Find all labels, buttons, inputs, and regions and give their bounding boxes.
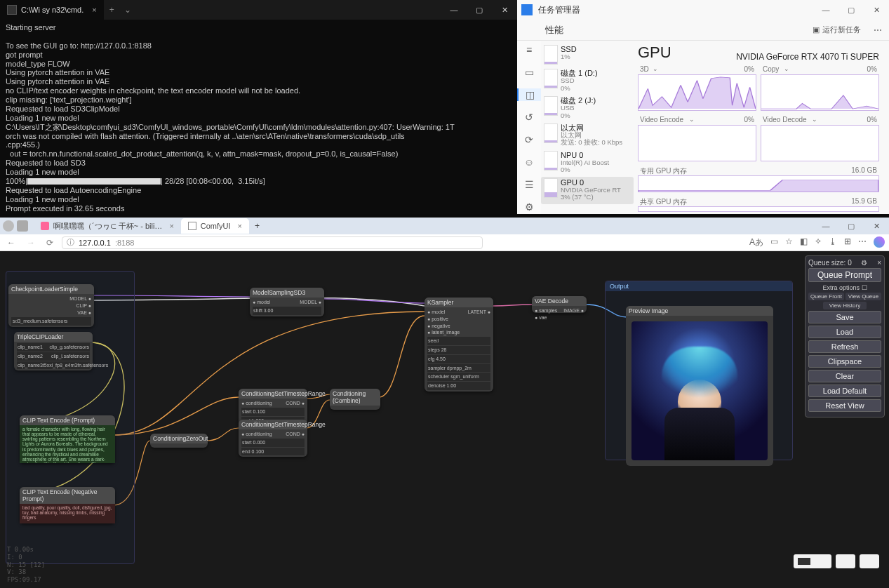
terminal-tab[interactable]: C:\Wi sy n32\cmd. ×	[0, 0, 104, 20]
maximize-button[interactable]: ▢	[838, 218, 864, 234]
node-ksampler[interactable]: KSampler ● modelLATENT ● ● positive ● ne…	[425, 298, 493, 392]
node-model-sampling[interactable]: ModelSamplingSD3 ● modelMODEL ● shift 3.…	[250, 288, 324, 316]
chevron-down-icon[interactable]: ⌄	[812, 116, 817, 123]
load-default-button[interactable]: Load Default	[808, 385, 881, 397]
profile-icon[interactable]	[3, 220, 14, 232]
comfyui-menu[interactable]: Queue size: 0 ⚙ × Queue Prompt Extra opt…	[805, 255, 885, 417]
sparkline-icon	[544, 151, 558, 171]
perf-list-item[interactable]: GPU 0NVIDIA GeForce RT 3% (37 °C)	[541, 177, 634, 204]
extensions-icon[interactable]: ⊞	[844, 236, 851, 248]
close-button[interactable]: ✕	[864, 218, 889, 234]
perf-list-item[interactable]: NPU 0Intel(R) AI Boost 0%	[541, 149, 634, 177]
canvas-stats: T 0.00s I: 0 N: 15 [12] V: 38 FPS:09.17	[7, 546, 45, 584]
perf-list-item[interactable]: 以太网以太网 发送: 0 接收: 0 Kbps	[541, 122, 634, 149]
view-history-button[interactable]: View History	[823, 302, 867, 309]
workspace-icon[interactable]	[17, 220, 28, 232]
processes-icon[interactable]: ▭	[523, 66, 535, 79]
chevron-down-icon[interactable]: ⌄	[689, 116, 695, 123]
refresh-button[interactable]: Refresh	[808, 340, 881, 353]
view-queue-button[interactable]: View Queue	[845, 293, 881, 300]
performance-tab-label: 性能	[545, 24, 563, 36]
generated-image	[631, 321, 768, 460]
node-cond-combine[interactable]: Conditioning (Combine)	[330, 389, 380, 410]
perf-list-item[interactable]: SSD1%	[541, 44, 634, 67]
node-triple-clip-loader[interactable]: TripleCLIPLoader clip_name1clip_g.safete…	[14, 332, 93, 370]
copilot-icon[interactable]	[874, 236, 885, 248]
gpu-encode-graph[interactable]: Video Encode⌄ 0%	[638, 125, 756, 161]
browser-tab-bilibili[interactable]: 啊嘿嘿嘿（´つヮ⊂ 干杯~ - bili… ×	[34, 218, 181, 234]
gpu-decode-graph[interactable]: Video Decode⌄ 0%	[761, 125, 879, 161]
text-size-icon[interactable]: Aあ	[749, 236, 763, 248]
perf-list-item[interactable]: 磁盘 1 (D:)SSD 0%	[541, 67, 634, 95]
node-cond-zero[interactable]: ConditioningZeroOut	[150, 434, 208, 448]
gpu-3d-graph[interactable]: 3D⌄ 0%	[638, 74, 756, 111]
reader-icon[interactable]: ▭	[770, 236, 778, 248]
more-icon[interactable]: ⋯	[867, 25, 889, 35]
menu-icon[interactable]: ≡	[523, 44, 535, 56]
sparkline-icon	[544, 96, 558, 116]
terminal-output[interactable]: Starting server To see the GUI go to: ht…	[0, 20, 517, 218]
sidebar-icon[interactable]: ◧	[800, 236, 808, 248]
close-icon[interactable]: ×	[169, 222, 173, 230]
perf-list-item[interactable]: 磁盘 2 (J:)USB 0%	[541, 95, 634, 122]
run-new-task-button[interactable]: ▣ 运行新任务	[813, 25, 861, 35]
node-cond-timestep-2[interactable]: ConditioningSetTimestepRange ● condition…	[239, 420, 307, 457]
downloads-icon[interactable]: ⭳	[829, 236, 837, 248]
close-button[interactable]: ✕	[864, 0, 889, 20]
comfyui-canvas[interactable]: Output CheckpointLoaderSimple MODEL ●CLI…	[0, 251, 889, 588]
close-icon[interactable]: ×	[92, 6, 96, 14]
sparkline-icon	[544, 123, 558, 143]
node-checkpoint-loader[interactable]: CheckpointLoaderSimple MODEL ●CLIP ●VAE …	[8, 284, 94, 327]
gpu-heading: GPU	[638, 44, 671, 62]
clear-button[interactable]: Clear	[808, 370, 881, 382]
node-negative-prompt[interactable]: CLIP Text Encode (Negative Prompt) bad q…	[20, 487, 115, 523]
chevron-down-icon[interactable]: ⌄	[653, 65, 658, 72]
minimize-button[interactable]: —	[441, 0, 467, 20]
clipspace-button[interactable]: Clipspace	[808, 355, 881, 368]
settings-icon[interactable]: ⚙	[861, 259, 867, 267]
refresh-button[interactable]: ⟳	[44, 238, 56, 248]
save-button[interactable]: Save	[808, 311, 881, 323]
info-icon[interactable]: ⓘ	[67, 237, 74, 248]
maximize-button[interactable]: ▢	[838, 0, 864, 20]
details-icon[interactable]: ☰	[523, 178, 535, 191]
task-manager-title: 任务管理器	[538, 4, 580, 16]
gpu-copy-graph[interactable]: Copy⌄ 0%	[761, 74, 879, 111]
browser-tab-comfyui[interactable]: ComfyUI ×	[181, 218, 249, 234]
sparkline-icon	[544, 178, 558, 198]
page-icon	[188, 222, 196, 230]
queue-front-button[interactable]: Queue Front	[808, 293, 844, 300]
close-icon[interactable]: ×	[877, 259, 881, 267]
performance-icon[interactable]: ◫	[517, 88, 541, 101]
maximize-button[interactable]: ▢	[467, 0, 492, 20]
close-icon[interactable]: ×	[238, 222, 242, 230]
forward-button[interactable]: →	[24, 238, 38, 248]
address-bar[interactable]: ⓘ 127.0.0.1:8188	[62, 236, 483, 249]
tab-dropdown-icon[interactable]: ⌄	[120, 5, 135, 15]
startup-icon[interactable]: ⟳	[523, 133, 535, 146]
favorite-icon[interactable]: ☆	[785, 236, 793, 248]
cmd-icon	[7, 5, 17, 15]
node-positive-prompt[interactable]: CLIP Text Encode (Prompt) a female chara…	[20, 415, 115, 463]
back-button[interactable]: ←	[4, 238, 18, 248]
terminal-tabbar: C:\Wi sy n32\cmd. × + ⌄ — ▢ ✕	[0, 0, 517, 20]
minimize-button[interactable]: —	[813, 218, 838, 234]
load-button[interactable]: Load	[808, 326, 881, 338]
more-icon[interactable]: ⋯	[858, 236, 867, 248]
services-icon[interactable]: ⚙	[523, 201, 535, 213]
new-tab-button[interactable]: +	[104, 5, 120, 15]
node-vae-decode[interactable]: VAE Decode ● samplesIMAGE ●● vae	[532, 296, 587, 313]
minimize-button[interactable]: —	[813, 0, 838, 20]
browser-window: 啊嘿嘿嘿（´つヮ⊂ 干杯~ - bili… × ComfyUI × + — ▢ …	[0, 218, 889, 588]
node-preview-image[interactable]: Preview Image	[626, 306, 773, 466]
bili-icon	[41, 222, 49, 230]
new-tab-button[interactable]: +	[249, 221, 265, 231]
history-icon[interactable]: ↺	[523, 111, 535, 123]
collections-icon[interactable]: ✧	[815, 236, 822, 248]
reset-view-button[interactable]: Reset View	[808, 399, 881, 412]
close-button[interactable]: ✕	[492, 0, 517, 20]
queue-prompt-button[interactable]: Queue Prompt	[808, 268, 881, 282]
extra-options-check[interactable]: Extra options ☐	[808, 284, 881, 291]
chevron-down-icon[interactable]: ⌄	[784, 65, 789, 72]
users-icon[interactable]: ☺	[523, 156, 535, 168]
